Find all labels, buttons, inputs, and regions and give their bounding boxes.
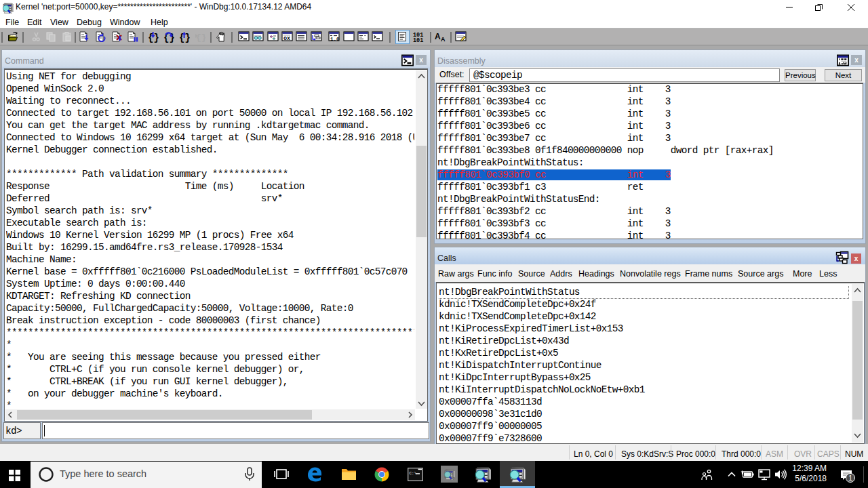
svg-text:{}: {} bbox=[163, 33, 174, 43]
svg-text:ox: ox bbox=[283, 35, 290, 42]
svg-text:C:\: C:\ bbox=[410, 471, 417, 476]
svg-text:1.0: 1.0 bbox=[330, 37, 340, 42]
svg-text:{}: {} bbox=[196, 33, 205, 43]
svg-text:A: A bbox=[435, 32, 441, 41]
svg-text:101: 101 bbox=[413, 37, 423, 43]
svg-text:A: A bbox=[441, 36, 446, 43]
